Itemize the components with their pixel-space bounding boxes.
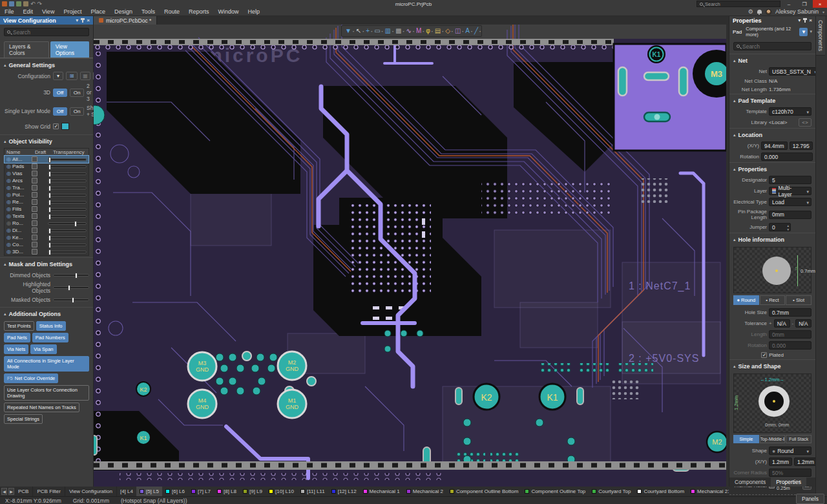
- route-icon[interactable]: ∿: [406, 26, 412, 36]
- menu-edit[interactable]: Edit: [19, 8, 38, 15]
- menu-project[interactable]: Project: [59, 8, 86, 15]
- option-net-color-override[interactable]: F5Net Color Override: [4, 373, 58, 383]
- document-tab[interactable]: microPC.PcbDoc *: [94, 16, 157, 25]
- layer-tab[interactable]: [5] L5: [136, 487, 162, 496]
- tolerance-minus-field[interactable]: N/A: [795, 319, 811, 328]
- section-pad-template[interactable]: ▴Pad Template: [729, 94, 815, 106]
- layer-tab[interactable]: Component Outline Bottom: [446, 487, 522, 496]
- draft-checkbox[interactable]: [32, 235, 37, 240]
- option-all-connections-in-single-layer-mode[interactable]: All Connections in Single Layer Mode: [4, 356, 89, 372]
- layer-tab[interactable]: [7] L7: [188, 487, 214, 496]
- layer-tab[interactable]: Mechanical 2: [403, 487, 446, 496]
- transparency-slider[interactable]: [48, 158, 87, 161]
- visibility-row[interactable]: ◎3D...: [5, 248, 89, 255]
- room-icon[interactable]: ◫: [455, 26, 461, 36]
- menu-tools[interactable]: Tools: [137, 8, 160, 15]
- hole-shape-round[interactable]: ● Round: [733, 295, 759, 305]
- menu-help[interactable]: Help: [244, 8, 265, 15]
- transparency-slider[interactable]: [48, 229, 87, 232]
- draft-checkbox[interactable]: [32, 220, 37, 226]
- 3d-on-button[interactable]: On: [70, 89, 84, 97]
- menu-file[interactable]: File: [0, 8, 19, 15]
- eye-icon[interactable]: ◎: [6, 185, 11, 191]
- cursor-icon[interactable]: ↖: [356, 26, 361, 36]
- menu-reports[interactable]: Reports: [184, 8, 214, 15]
- layer-tab[interactable]: [8] L8: [214, 487, 240, 496]
- transparency-slider[interactable]: [48, 201, 87, 204]
- electrical-type-dropdown[interactable]: Load▾: [769, 198, 811, 206]
- option-status-info[interactable]: Status Info: [36, 321, 66, 331]
- section-additional-options[interactable]: ▴Additional Options: [0, 307, 93, 319]
- section-location[interactable]: ▴Location: [729, 128, 815, 140]
- eye-icon[interactable]: ◎: [6, 221, 11, 226]
- draft-checkbox[interactable]: [32, 206, 37, 212]
- option-repeated-net-names-on-tracks[interactable]: Repeated Net Names on Tracks: [4, 403, 79, 412]
- panel-search[interactable]: [4, 28, 89, 36]
- panel-tab-properties[interactable]: Properties: [771, 478, 806, 487]
- single-layer-on-button[interactable]: On: [70, 107, 84, 116]
- layer-tab[interactable]: [9] L9: [240, 487, 266, 496]
- transparency-slider[interactable]: [48, 165, 87, 168]
- menu-place[interactable]: Place: [86, 8, 110, 15]
- avatar[interactable]: [766, 9, 771, 15]
- eye-icon[interactable]: ◎: [6, 193, 11, 198]
- stack-mode-full-stack[interactable]: Full Stack: [786, 435, 811, 443]
- grid-color-swatch[interactable]: [61, 123, 69, 130]
- line-icon[interactable]: ╱: [474, 26, 478, 36]
- option-via-span[interactable]: Via Span: [30, 344, 56, 354]
- bottom-tab-pcb-filter[interactable]: PCB Filter: [33, 487, 65, 496]
- shape-dropdown[interactable]: ●Round▾: [769, 446, 811, 455]
- visibility-row[interactable]: ◎Ke...: [5, 234, 89, 241]
- menu-design[interactable]: Design: [110, 8, 137, 15]
- option-pad-numbers[interactable]: Pad Numbers: [32, 333, 68, 342]
- option-special-strings[interactable]: Special Strings: [4, 414, 43, 424]
- draft-checkbox[interactable]: [32, 178, 37, 184]
- show-grid-checkbox[interactable]: [53, 123, 59, 129]
- transparency-slider[interactable]: [48, 194, 87, 196]
- measure-icon[interactable]: ▥: [385, 26, 391, 36]
- layer-tab[interactable]: Component Outline Top: [521, 487, 589, 496]
- close-icon[interactable]: ×: [87, 17, 90, 23]
- menu-view[interactable]: View: [37, 8, 59, 15]
- pad-y-field[interactable]: 1.2mm: [794, 457, 817, 466]
- filter-icon[interactable]: ▼: [799, 28, 808, 36]
- section-size-and-shape[interactable]: ▴Size and Shape: [729, 359, 815, 372]
- layer-tab[interactable]: [6] L6: [162, 487, 188, 496]
- transparency-slider[interactable]: [48, 222, 87, 225]
- gear-icon[interactable]: ⚙: [748, 8, 753, 15]
- stack-mode-simple[interactable]: Simple: [733, 435, 759, 443]
- option-test-points[interactable]: Test Points: [4, 321, 34, 331]
- configuration-dropdown[interactable]: ▾: [53, 72, 63, 80]
- draft-checkbox[interactable]: [32, 249, 37, 255]
- eye-icon[interactable]: ◎: [6, 214, 11, 219]
- visibility-row[interactable]: ◎Co...: [5, 241, 89, 248]
- section-object-visibility[interactable]: ▴Object Visibility: [0, 134, 93, 147]
- visibility-row[interactable]: ◎All...: [5, 156, 89, 163]
- close-button[interactable]: ×: [813, 0, 827, 8]
- visibility-row[interactable]: ◎Pol...: [5, 191, 89, 198]
- visibility-row[interactable]: ◎Texts: [5, 213, 89, 220]
- jumper-stepper[interactable]: 0▴▾: [769, 223, 791, 231]
- option-pad-nets[interactable]: Pad Nets: [4, 333, 30, 342]
- visibility-row[interactable]: ◎Re...: [5, 198, 89, 205]
- eye-icon[interactable]: ◎: [6, 178, 11, 184]
- draft-checkbox[interactable]: [32, 185, 37, 191]
- add-configuration-button[interactable]: ⊞: [66, 72, 78, 80]
- section-hole-information[interactable]: ▴Hole information: [729, 233, 815, 245]
- chevron-down-icon[interactable]: ▾: [76, 17, 78, 23]
- interactive-route-icon[interactable]: M: [416, 26, 421, 36]
- chevron-down-icon[interactable]: ▾: [810, 29, 812, 34]
- menu-route[interactable]: Route: [160, 8, 184, 15]
- rotation-field[interactable]: 0.000: [761, 152, 813, 161]
- transparency-slider[interactable]: [48, 187, 87, 189]
- eye-icon[interactable]: ◎: [6, 164, 11, 169]
- pin-package-length-field[interactable]: 0mm: [769, 211, 811, 219]
- draft-checkbox[interactable]: [32, 163, 37, 169]
- eye-icon[interactable]: ◎: [6, 249, 11, 255]
- library-link-button[interactable]: <>: [799, 118, 811, 127]
- layers-icon[interactable]: ▤: [435, 26, 441, 36]
- visibility-row[interactable]: ◎Ro...: [5, 220, 89, 227]
- eye-icon[interactable]: ◎: [6, 242, 11, 247]
- draft-checkbox[interactable]: [32, 192, 37, 198]
- visibility-row[interactable]: ◎Arcs: [5, 177, 89, 184]
